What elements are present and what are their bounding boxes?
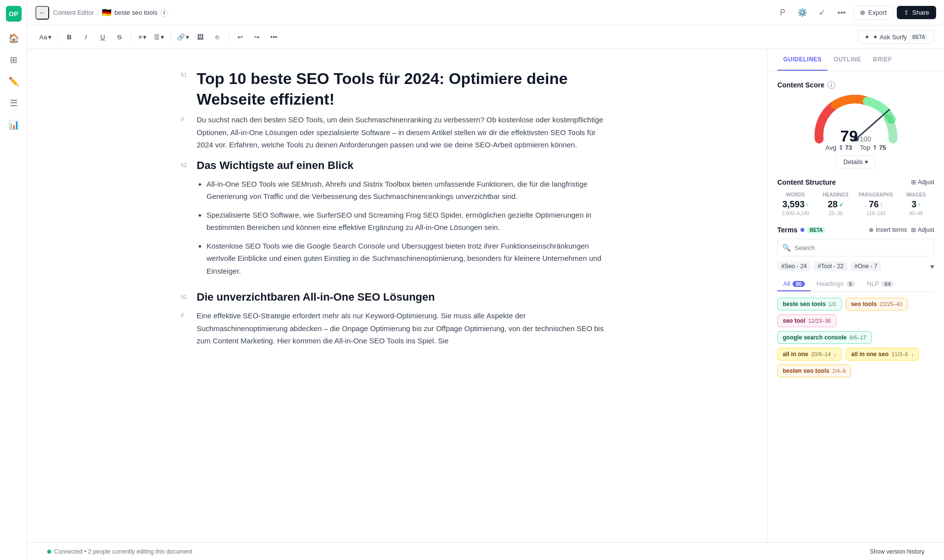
chip-arrow-6: ↓: [911, 351, 914, 357]
redo-button[interactable]: ↪: [250, 30, 265, 45]
term-chip-seo-tool[interactable]: seo tool 12/23–36: [777, 314, 836, 327]
sidebar-item-edit[interactable]: ✏️: [5, 73, 23, 90]
struct-paragraphs: PARAGRAPHS 76 ↑ 119–143: [858, 192, 894, 216]
struct-paragraphs-number: 76: [869, 199, 879, 210]
details-button[interactable]: Details ▾: [836, 155, 876, 168]
surfy-icon: ✦: [864, 33, 870, 41]
breadcrumb-flag: 🇩🇪: [102, 8, 112, 17]
h1-title[interactable]: Top 10 beste SEO Tools für 2024: Optimie…: [197, 69, 604, 110]
terms-tabs: All 80 Headings 5 NLP 64: [777, 277, 934, 292]
struct-headings-range: 25–30: [818, 211, 854, 216]
font-selector[interactable]: Aa ▾: [37, 30, 54, 45]
url-button[interactable]: ⎋: [210, 30, 225, 45]
p-button[interactable]: P: [775, 5, 791, 21]
terms-tag-one[interactable]: #One - 7: [851, 261, 882, 271]
h2-1-title[interactable]: Das Wichtigste auf einen Blick: [197, 159, 354, 172]
term-chip-google-search-console[interactable]: google search console 8/6–17: [777, 331, 872, 344]
tab-brief[interactable]: BRIEF: [867, 49, 898, 71]
undo-button[interactable]: ↩: [233, 30, 248, 45]
tab-outline[interactable]: OUTLINE: [827, 49, 867, 71]
structure-adjust-button[interactable]: ⊞ Adjust: [911, 179, 934, 186]
align-chevron: ▾: [143, 33, 147, 41]
chip-count-2: 22/25–43: [880, 301, 902, 307]
bold-button[interactable]: B: [62, 30, 77, 45]
term-chip-besten-seo-tools[interactable]: besten seo tools 2/4–9: [777, 364, 851, 377]
p2-tag: p: [181, 311, 191, 317]
align-button[interactable]: ≡ ▾: [135, 30, 150, 45]
content-score-info-icon[interactable]: ℹ: [827, 81, 835, 89]
italic-button[interactable]: I: [79, 30, 93, 45]
sidebar-item-grid[interactable]: ⊞: [5, 51, 23, 69]
editor-area[interactable]: h1 Top 10 beste SEO Tools für 2024: Opti…: [28, 49, 767, 542]
term-chip-beste-seo-tools[interactable]: beste seo tools 1/1: [777, 298, 842, 310]
struct-paragraphs-value: 76 ↑: [858, 199, 894, 210]
list-icon: ☰: [154, 33, 160, 41]
h2-2-title[interactable]: Die unverzichtbaren All-in-One SEO Lösun…: [197, 291, 435, 304]
h2-1-row: h2 Das Wichtigste auf einen Blick: [181, 159, 604, 172]
sidebar-item-chart[interactable]: 📊: [5, 116, 23, 134]
term-chip-all-in-one-seo[interactable]: all in one seo 11/3–6 ↓: [846, 348, 919, 361]
underline-button[interactable]: U: [95, 30, 110, 45]
p1-text[interactable]: Du suchst nach den besten SEO Tools, um …: [197, 113, 604, 151]
chip-label-7: besten seo tools: [783, 367, 829, 374]
chip-count-5: 20/9–14: [811, 351, 831, 357]
check-button[interactable]: ✓: [814, 5, 830, 21]
terms-tab-all[interactable]: All 80: [777, 277, 811, 291]
bullet-item-3[interactable]: Kostenlose SEO Tools wie die Google Sear…: [206, 240, 604, 278]
wordpress-icon: ⊕: [860, 9, 865, 16]
terms-tab-headings-count: 5: [846, 281, 855, 287]
struct-images-range: 40–48: [898, 211, 934, 216]
terms-adjust-button[interactable]: ⊞ Adjust: [911, 226, 934, 233]
adjust-label: Adjust: [918, 179, 934, 186]
content-structure-title: Content Structure: [777, 178, 836, 186]
bullet-item-2[interactable]: Spezialisierte SEO Software, wie SurferS…: [206, 209, 604, 234]
struct-headings-value: 28 ✓: [818, 199, 854, 210]
bullet-list: All-in-One SEO Tools wie SEMrush, Ahrefs…: [197, 178, 604, 283]
struct-images-number: 3: [912, 199, 916, 210]
chip-label-6: all in one seo: [851, 351, 888, 358]
list-button[interactable]: ☰ ▾: [152, 30, 167, 45]
terms-expand-button[interactable]: ▾: [930, 262, 934, 271]
toolbar: Aa ▾ B I U S ≡ ▾ ☰ ▾ 🔗 ▾ 🖼 ⎋ ↩ ↪ •••: [28, 26, 944, 49]
terms-tab-nlp[interactable]: NLP 64: [861, 277, 900, 291]
terms-tab-headings[interactable]: Headings 5: [811, 277, 861, 291]
top-label: Top ⇑ 75: [860, 144, 886, 151]
ask-surfy-button[interactable]: ✦ ✦ Ask Surfy BETA: [858, 30, 934, 44]
gauge-svg: 79/100: [812, 95, 900, 144]
export-button[interactable]: ⊕ Export: [854, 5, 893, 20]
breadcrumb-info-icon[interactable]: ℹ: [160, 9, 168, 17]
export-label: Export: [868, 9, 887, 16]
tab-guidelines[interactable]: GUIDELINES: [777, 49, 827, 71]
terms-tag-seo[interactable]: #Seo - 24: [777, 261, 811, 271]
terms-search-wrap: 🔍: [777, 239, 934, 256]
struct-images-label: IMAGES: [898, 192, 934, 197]
gauge-denom: /100: [858, 135, 871, 143]
term-chip-all-in-one[interactable]: all in one 20/9–14 ↓: [777, 348, 842, 361]
term-chip-seo-tools[interactable]: seo tools 22/25–43: [846, 298, 908, 310]
back-button[interactable]: ←: [35, 6, 49, 20]
gauge-container: 79/100 Avg ⇕ 73 Top ⇑ 75 Details ▾: [777, 95, 934, 168]
terms-tag-tool[interactable]: #Tool - 22: [814, 261, 848, 271]
sidebar-item-list[interactable]: ☰: [5, 94, 23, 112]
insert-terms-button[interactable]: ⊕ Insert terms: [869, 226, 907, 233]
h2-2-tag: h2: [181, 294, 191, 300]
share-button[interactable]: ⇧ Share: [897, 6, 936, 19]
p2-text[interactable]: Eine effektive SEO-Strategie erfordert m…: [197, 309, 604, 347]
show-version-button[interactable]: Show version history: [870, 548, 924, 555]
link-chevron: ▾: [186, 33, 189, 41]
strikethrough-button[interactable]: S: [112, 30, 127, 45]
struct-paragraphs-label: PARAGRAPHS: [858, 192, 894, 197]
sidebar-item-home[interactable]: 🏠: [5, 29, 23, 47]
bullet-item-1[interactable]: All-in-One SEO Tools wie SEMrush, Ahrefs…: [206, 178, 604, 203]
image-button[interactable]: 🖼: [193, 30, 208, 45]
ask-surfy-label: ✦ Ask Surfy: [873, 33, 907, 41]
terms-search-input[interactable]: [777, 239, 934, 256]
gauge-score: 79/100: [840, 128, 871, 144]
more-button[interactable]: •••: [834, 5, 850, 21]
chip-label-4: google search console: [783, 334, 847, 341]
link-button[interactable]: 🔗 ▾: [175, 30, 191, 45]
font-label: Aa: [39, 33, 47, 41]
settings-button[interactable]: ⚙️: [795, 5, 810, 21]
breadcrumb-root: Content Editor: [53, 9, 94, 16]
more-toolbar-button[interactable]: •••: [266, 30, 281, 45]
